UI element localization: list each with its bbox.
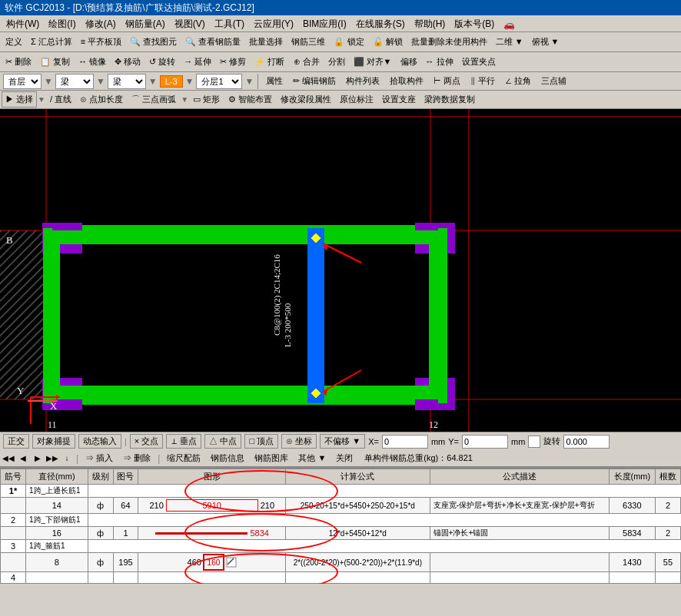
btn-modspan[interactable]: 修改梁段属性 — [277, 91, 335, 108]
btn-trim[interactable]: ✂ 修剪 — [216, 54, 250, 70]
btn-nooffset[interactable]: 不偏移 ▼ — [320, 434, 365, 449]
btn-intersect[interactable]: × 交点 — [130, 434, 163, 449]
cell-formula: 2*((200-2*20)+(500-2*20))+2*(11.9*d) — [286, 553, 430, 572]
floor-select[interactable]: 首层 — [3, 74, 42, 89]
btn-select[interactable]: ▶ 选择 — [2, 91, 37, 108]
btn-calc[interactable]: Σ 汇总计算 — [27, 34, 76, 50]
btn-endpoint[interactable]: □ 顶点 — [244, 434, 278, 449]
btn-setgrip[interactable]: 设置夹点 — [458, 54, 500, 70]
btn-arc3pt[interactable]: ⌒ 三点画弧 — [128, 91, 180, 108]
btn-rotate[interactable]: ↺ 旋转 — [145, 54, 179, 70]
btn-copy[interactable]: 📋 复制 — [36, 54, 74, 70]
btn-insitu[interactable]: 原位标注 — [336, 91, 377, 108]
btn-find[interactable]: 🔍 查找图元 — [126, 34, 181, 50]
menu-item-ver[interactable]: 版本号(B) — [450, 16, 499, 32]
btn-nav-next[interactable]: ▶ — [31, 452, 45, 465]
btn-coord[interactable]: ⊙ 坐标 — [281, 434, 317, 449]
btn-nav-last[interactable]: ▶▶ — [45, 452, 59, 465]
btn-perp[interactable]: ⊥ 垂点 — [166, 434, 201, 449]
btn-rebar3d[interactable]: 钢筋三维 — [287, 34, 329, 50]
element-type-select[interactable]: 梁 — [55, 74, 94, 89]
btn-mid[interactable]: △ 中点 — [204, 434, 241, 449]
btn-pointlen[interactable]: ⊙ 点加长度 — [76, 91, 127, 108]
element-name-select[interactable]: 梁 — [108, 74, 146, 89]
edit-icon[interactable] — [226, 557, 237, 568]
btn-viewrebar[interactable]: 🔍 查看钢筋量 — [181, 34, 244, 50]
y-label: Y= — [448, 437, 459, 446]
btn-element-list[interactable]: 构件列表 — [342, 73, 384, 89]
cell-id: 1* — [1, 485, 26, 498]
btn-extend[interactable]: → 延伸 — [180, 54, 215, 70]
btn-nav-prev[interactable]: ◀ — [16, 452, 30, 465]
menu-item-st[interactable]: 视图(V) — [170, 16, 210, 32]
cell-grade: ф — [88, 527, 113, 540]
btn-delete[interactable]: ✂ 删除 — [2, 54, 35, 70]
btn-parallel[interactable]: ∥ 平行 — [467, 73, 498, 89]
cell-length: 6330 — [609, 498, 655, 514]
btn-close[interactable]: 关闭 — [331, 451, 357, 465]
x-input[interactable] — [382, 435, 428, 449]
btn-pick[interactable]: 拾取构件 — [386, 73, 427, 89]
cell-dia: 8 — [25, 553, 88, 572]
btn-property[interactable]: 属性 — [262, 73, 287, 89]
btn-insert[interactable]: ⇒ 插入 — [81, 451, 118, 465]
btn-offset[interactable]: 偏移 — [397, 54, 421, 70]
btn-move[interactable]: ✥ 移动 — [111, 54, 145, 70]
btn-spandata[interactable]: 梁跨数据复制 — [420, 91, 479, 108]
svg-rect-20 — [307, 228, 324, 403]
menu-item-ht[interactable]: 绘图(I) — [44, 16, 80, 32]
btn-angle[interactable]: ∠ 拉角 — [501, 73, 535, 89]
menu-item-help[interactable]: 帮助(H) — [410, 16, 450, 32]
btn-stretch[interactable]: ↔ 拉伸 — [422, 54, 457, 70]
svg-rect-0 — [0, 109, 681, 432]
btn-topview[interactable]: 俯视 ▼ — [528, 34, 563, 50]
btn-rebar-info[interactable]: 钢筋信息 — [206, 451, 249, 465]
btn-edit-rebar[interactable]: ✏ 编辑钢筋 — [289, 73, 340, 89]
cell-figno: 64 — [113, 498, 138, 514]
btn-smartplace[interactable]: ⚙ 智能布置 — [224, 91, 276, 108]
menu-item-xg[interactable]: 修改(A) — [81, 16, 121, 32]
menu-item-gjl[interactable]: 钢筋量(A) — [121, 16, 170, 32]
menu-item-yy[interactable]: 云应用(Y) — [249, 16, 298, 32]
btn-threepoints[interactable]: 三点辅 — [537, 73, 570, 89]
menu-item-gj2[interactable]: 工具(T) — [210, 16, 249, 32]
btn-dynin[interactable]: 动态输入 — [78, 434, 121, 449]
btn-nav-first[interactable]: ◀◀ — [2, 452, 15, 465]
btn-nav-down[interactable]: ↓ — [60, 452, 74, 465]
btn-batchsel[interactable]: 批量选择 — [245, 34, 287, 50]
svg-rect-36 — [227, 558, 236, 567]
btn-rect[interactable]: ▭ 矩形 — [189, 91, 224, 108]
btn-snap[interactable]: 对象捕提 — [32, 434, 75, 449]
menu-item-zx[interactable]: 在线服务(S) — [351, 16, 410, 32]
btn-l3[interactable]: L-3 — [160, 75, 183, 88]
btn-split[interactable]: 分割 — [324, 54, 349, 70]
cell-grade — [113, 572, 138, 584]
rotate-input[interactable] — [563, 435, 610, 449]
menu-item-car[interactable]: 🚗 — [499, 18, 520, 31]
cell-count: 2 — [655, 498, 680, 514]
btn-scale-rebar[interactable]: 缩尺配筋 — [162, 451, 205, 465]
btn-others[interactable]: 其他 ▼ — [294, 451, 331, 465]
btn-merge[interactable]: ⊕ 合并 — [290, 54, 324, 70]
btn-rebar-lib[interactable]: 钢筋图库 — [250, 451, 293, 465]
y-input[interactable] — [462, 435, 508, 449]
btn-twopoints[interactable]: ⊢ 两点 — [430, 73, 464, 89]
menu-item-bim[interactable]: BIM应用(I) — [298, 16, 351, 32]
btn-mirror[interactable]: ↔ 镜像 — [75, 54, 110, 70]
btn-setsupport[interactable]: 设置支座 — [378, 91, 420, 108]
btn-define[interactable]: 定义 — [2, 34, 26, 50]
btn-del-row[interactable]: ⇒ 删除 — [118, 451, 155, 465]
btn-break[interactable]: ⚡ 打断 — [251, 54, 288, 70]
cell-dia: 16 — [25, 527, 88, 540]
btn-unlock[interactable]: 🔓 解锁 — [369, 34, 407, 50]
btn-align[interactable]: ⬛ 对齐▼ — [350, 54, 396, 70]
btn-lock[interactable]: 🔒 锁定 — [330, 34, 367, 50]
division-select[interactable]: 分层1 — [196, 74, 242, 89]
menu-item-gj[interactable]: 构件(W) — [2, 16, 44, 32]
btn-flush[interactable]: ≡ 平齐板顶 — [77, 34, 125, 50]
cell-figno: 1 — [113, 527, 138, 540]
btn-line[interactable]: / 直线 — [46, 91, 75, 108]
btn-delbatch[interactable]: 批量删除未使用构件 — [407, 34, 491, 50]
btn-ortho[interactable]: 正交 — [3, 434, 29, 449]
btn-2d[interactable]: 二维 ▼ — [492, 34, 527, 50]
